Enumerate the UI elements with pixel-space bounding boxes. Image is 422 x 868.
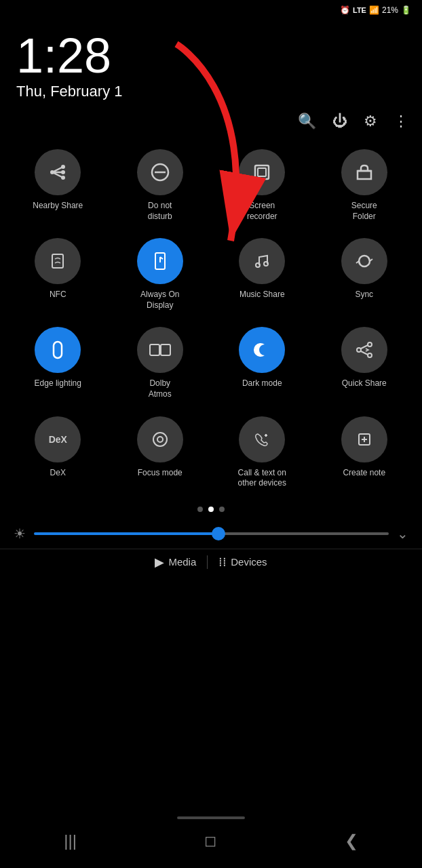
svg-point-20 [368,353,372,357]
svg-point-3 [61,170,65,174]
dolby-atmos-icon [137,327,183,373]
brightness-chevron[interactable]: ⌄ [397,526,408,542]
devices-button[interactable]: ⁞⁞ Devices [218,555,267,570]
nav-bar: ||| ◻ ❮ [0,821,422,868]
music-share-icon [239,238,285,284]
signal-icon: 📶 [369,5,379,15]
create-note-icon [341,416,387,462]
devices-icon: ⁞⁞ [218,555,227,570]
secure-folder-label: Secure Folder [351,201,377,222]
tile-nfc[interactable]: NFC [7,230,109,319]
battery-icon: 🔋 [401,5,411,15]
tile-sync[interactable]: Sync [313,230,416,319]
svg-line-22 [361,351,368,355]
dolby-atmos-label: Dolby Atmos [149,378,172,399]
tile-focus-mode[interactable]: Focus mode [109,408,212,497]
search-icon[interactable]: 🔍 [298,113,316,130]
back-button[interactable]: ❮ [345,831,358,850]
pagination [0,502,422,519]
music-share-label: Music Share [239,290,285,300]
tile-secure-folder[interactable]: Secure Folder [313,141,416,230]
media-label: Media [168,556,196,568]
dark-mode-icon [239,327,285,373]
call-text-label: Call & text on other devices [238,468,286,489]
tile-call-text[interactable]: Call & text on other devices [211,408,313,497]
svg-rect-17 [161,344,170,355]
svg-point-14 [264,262,268,266]
dex-icon: DeX [35,416,81,462]
brightness-thumb[interactable] [212,527,225,540]
tile-always-on-display[interactable]: Always On Display [109,230,212,319]
home-button[interactable]: ◻ [204,832,216,850]
svg-point-2 [61,176,65,180]
dex-label: DeX [50,468,66,479]
edge-lighting-label: Edge lighting [35,378,81,389]
svg-rect-9 [52,254,63,268]
media-button[interactable]: ▶ Media [155,555,196,570]
dot-1[interactable] [197,507,203,512]
secure-folder-icon [341,149,387,195]
svg-point-18 [357,348,361,352]
tile-music-share[interactable]: Music Share [211,230,313,319]
do-not-disturb-label: Do not disturb [148,201,172,222]
devices-label: Devices [231,556,267,568]
tile-dark-mode[interactable]: Dark mode [211,319,313,408]
recents-button[interactable]: ||| [64,831,77,850]
tile-dex[interactable]: DeXDeX [7,408,109,497]
call-text-icon [239,416,285,462]
media-devices-row: ▶ Media ⁞⁞ Devices [0,549,422,580]
nfc-label: NFC [50,290,66,300]
battery-text: 21% [382,5,398,15]
lte-indicator: LTE [353,6,366,14]
tile-dolby-atmos[interactable]: Dolby Atmos [109,319,212,408]
always-on-display-icon [137,238,183,284]
svg-point-23 [153,433,167,446]
nearby-share-icon [35,149,81,195]
nearby-share-label: Nearby Share [33,201,83,212]
status-bar: ⏰ LTE 📶 21% 🔋 [0,0,422,18]
brightness-slider[interactable] [34,532,389,535]
tile-nearby-share[interactable]: Nearby Share [7,141,109,230]
tile-create-note[interactable]: Create note [313,408,416,497]
screen-recorder-icon [239,149,285,195]
always-on-display-label: Always On Display [140,290,179,311]
do-not-disturb-icon [137,149,183,195]
dark-mode-label: Dark mode [242,378,282,389]
clock-date: Thu, February 1 [16,83,406,100]
sync-icon [341,238,387,284]
brightness-icon: ☀ [14,526,26,542]
create-note-label: Create note [343,468,385,479]
nav-handle [177,816,245,819]
focus-mode-icon [137,416,183,462]
svg-point-19 [368,342,372,347]
svg-rect-16 [150,344,159,355]
alarm-icon: ⏰ [340,5,350,15]
tile-screen-recorder[interactable]: Screen recorder [211,141,313,230]
svg-point-24 [157,437,163,442]
clock-time: 1:28 [16,31,406,80]
dot-2[interactable] [208,507,214,512]
screen-recorder-label: Screen recorder [247,201,277,222]
settings-icon[interactable]: ⚙ [364,113,377,130]
clock-area: 1:28 Thu, February 1 [0,18,422,107]
brightness-row: ☀ ⌄ [0,519,422,549]
focus-mode-label: Focus mode [138,468,183,479]
tile-edge-lighting[interactable]: Edge lighting [7,319,109,408]
svg-line-21 [361,345,368,349]
svg-rect-8 [258,168,266,176]
more-icon[interactable]: ⋮ [394,113,408,130]
tile-quick-share[interactable]: Quick Share [313,319,416,408]
quick-share-label: Quick Share [342,378,387,389]
power-icon[interactable]: ⏻ [332,113,347,130]
sync-label: Sync [355,290,373,300]
svg-point-1 [61,165,65,169]
svg-point-4 [50,170,54,174]
dot-3[interactable] [219,507,225,512]
separator [207,555,208,569]
svg-rect-15 [54,342,62,358]
tile-do-not-disturb[interactable]: Do not disturb [109,141,212,230]
edge-lighting-icon [35,327,81,373]
svg-point-13 [256,263,260,267]
nfc-icon [35,238,81,284]
tiles-grid: Nearby Share Do not disturb Screen recor… [0,136,422,502]
